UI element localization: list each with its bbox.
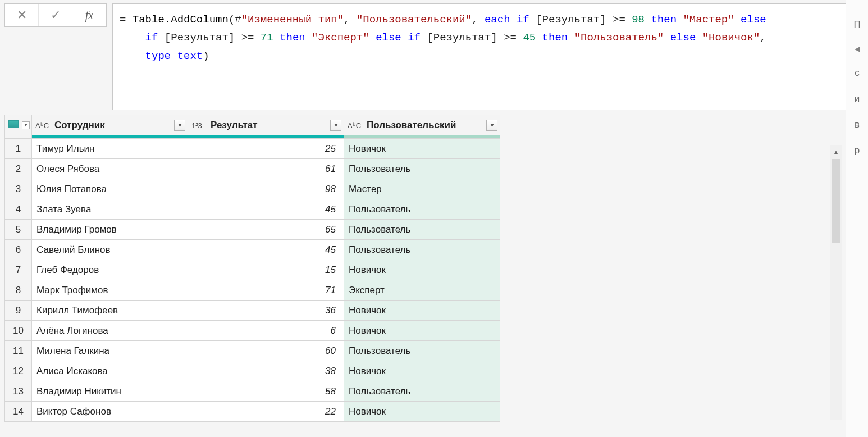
scroll-up-icon[interactable]: ▴ [830, 145, 842, 158]
panel-letter: и [855, 93, 860, 104]
vertical-scrollbar[interactable]: ▴ [830, 145, 842, 420]
table-row[interactable]: 1Тимур Ильин25Новичок [5, 139, 500, 159]
column-header-employee[interactable]: AᵇC Сотрудник ▾ [32, 115, 188, 135]
cell-custom[interactable]: Пользователь [344, 240, 500, 260]
cell-custom[interactable]: Эксперт [344, 280, 500, 301]
row-number[interactable]: 10 [5, 321, 32, 341]
cell-custom[interactable]: Пользователь [344, 341, 500, 361]
cancel-button[interactable]: ✕ [5, 4, 39, 26]
cell-result[interactable]: 60 [188, 341, 344, 361]
row-number[interactable]: 5 [5, 220, 32, 240]
row-number[interactable]: 8 [5, 280, 32, 301]
table-row[interactable]: 10Алёна Логинова6Новичок [5, 321, 500, 341]
cell-employee[interactable]: Злата Зуева [32, 199, 188, 220]
table-row[interactable]: 14Виктор Сафонов22Новичок [5, 402, 500, 422]
row-number[interactable]: 14 [5, 402, 32, 422]
table-icon [8, 120, 19, 128]
column-header-custom[interactable]: AᵇC Пользовательский ▾ [344, 115, 500, 135]
table-menu-dropdown[interactable]: ▾ [22, 121, 30, 129]
cell-custom[interactable]: Новичок [344, 361, 500, 381]
cell-custom[interactable]: Новичок [344, 301, 500, 321]
panel-letter: р [855, 145, 860, 156]
row-number[interactable]: 3 [5, 179, 32, 199]
cell-employee[interactable]: Владимир Громов [32, 220, 188, 240]
cell-result[interactable]: 36 [188, 301, 344, 321]
check-icon: ✓ [51, 8, 61, 22]
cell-employee[interactable]: Милена Галкина [32, 341, 188, 361]
table-row[interactable]: 3Юлия Потапова98Мастер [5, 179, 500, 199]
table-row[interactable]: 13Владимир Никитин58Пользователь [5, 381, 500, 402]
table-row[interactable]: 9Кирилл Тимофеев36Новичок [5, 301, 500, 321]
chevron-left-icon[interactable]: ◀ [855, 45, 860, 53]
table-row[interactable]: 6Савелий Блинов45Пользователь [5, 240, 500, 260]
cell-result[interactable]: 45 [188, 240, 344, 260]
cell-custom[interactable]: Пользователь [344, 199, 500, 220]
cell-custom[interactable]: Новичок [344, 402, 500, 422]
row-number[interactable]: 1 [5, 139, 32, 159]
row-number[interactable]: 6 [5, 240, 32, 260]
formula-eq: = [120, 13, 133, 26]
row-number[interactable]: 4 [5, 199, 32, 220]
cell-employee[interactable]: Алиса Искакова [32, 361, 188, 381]
cell-employee[interactable]: Савелий Блинов [32, 240, 188, 260]
cell-custom[interactable]: Мастер [344, 179, 500, 199]
formula-editor[interactable]: = Table.AddColumn(#"Измененный тип", "По… [112, 3, 864, 110]
column-label: Сотрудник [54, 120, 105, 130]
cell-result[interactable]: 15 [188, 260, 344, 280]
row-number[interactable]: 12 [5, 361, 32, 381]
cell-result[interactable]: 71 [188, 280, 344, 301]
column-label: Пользовательский [367, 120, 456, 130]
table-row[interactable]: 5Владимир Громов65Пользователь [5, 220, 500, 240]
filter-button-result[interactable]: ▾ [330, 120, 341, 131]
select-all-corner[interactable]: ▾ [5, 115, 32, 135]
cell-employee[interactable]: Владимир Никитин [32, 381, 188, 402]
scroll-thumb[interactable] [832, 159, 840, 243]
row-number[interactable]: 11 [5, 341, 32, 361]
row-number[interactable]: 2 [5, 159, 32, 179]
query-settings-collapsed-panel[interactable]: П ◀ с и в р [846, 0, 868, 437]
cell-custom[interactable]: Пользователь [344, 381, 500, 402]
cell-result[interactable]: 61 [188, 159, 344, 179]
cell-employee[interactable]: Тимур Ильин [32, 139, 188, 159]
cell-custom[interactable]: Пользователь [344, 159, 500, 179]
cell-custom[interactable]: Новичок [344, 260, 500, 280]
cell-custom[interactable]: Новичок [344, 139, 500, 159]
cell-result[interactable]: 98 [188, 179, 344, 199]
cell-result[interactable]: 6 [188, 321, 344, 341]
cell-custom[interactable]: Пользователь [344, 220, 500, 240]
cell-employee[interactable]: Марк Трофимов [32, 280, 188, 301]
formula-function: Table.AddColumn [133, 13, 229, 26]
filter-button-employee[interactable]: ▾ [174, 120, 185, 131]
cell-result[interactable]: 58 [188, 381, 344, 402]
filter-button-custom[interactable]: ▾ [486, 120, 497, 131]
table-row[interactable]: 2Олеся Рябова61Пользователь [5, 159, 500, 179]
data-grid: ▾ AᵇC Сотрудник ▾ 1²3 Результат ▾ AᵇC [4, 115, 500, 422]
cell-employee[interactable]: Юлия Потапова [32, 179, 188, 199]
cell-result[interactable]: 22 [188, 402, 344, 422]
row-number[interactable]: 7 [5, 260, 32, 280]
cell-result[interactable]: 65 [188, 220, 344, 240]
cell-employee[interactable]: Кирилл Тимофеев [32, 301, 188, 321]
formula-newcol: "Пользовательский" [357, 13, 472, 26]
table-row[interactable]: 4Злата Зуева45Пользователь [5, 199, 500, 220]
table-row[interactable]: 12Алиса Искакова38Новичок [5, 361, 500, 381]
formula-toolbar: ✕ ✓ fx [4, 3, 107, 27]
cell-employee[interactable]: Виктор Сафонов [32, 402, 188, 422]
row-number[interactable]: 9 [5, 301, 32, 321]
row-number[interactable]: 13 [5, 381, 32, 402]
cell-result[interactable]: 25 [188, 139, 344, 159]
table-row[interactable]: 8Марк Трофимов71Эксперт [5, 280, 500, 301]
cell-result[interactable]: 45 [188, 199, 344, 220]
column-header-result[interactable]: 1²3 Результат ▾ [188, 115, 344, 135]
cell-custom[interactable]: Новичок [344, 321, 500, 341]
fx-button[interactable]: fx [72, 4, 106, 26]
cell-result[interactable]: 38 [188, 361, 344, 381]
table-row[interactable]: 11Милена Галкина60Пользователь [5, 341, 500, 361]
cell-employee[interactable]: Алёна Логинова [32, 321, 188, 341]
cell-employee[interactable]: Олеся Рябова [32, 159, 188, 179]
accept-button[interactable]: ✓ [39, 4, 72, 26]
formula-source: "Измененный тип" [241, 13, 344, 26]
close-icon: ✕ [17, 8, 27, 22]
cell-employee[interactable]: Глеб Федоров [32, 260, 188, 280]
table-row[interactable]: 7Глеб Федоров15Новичок [5, 260, 500, 280]
